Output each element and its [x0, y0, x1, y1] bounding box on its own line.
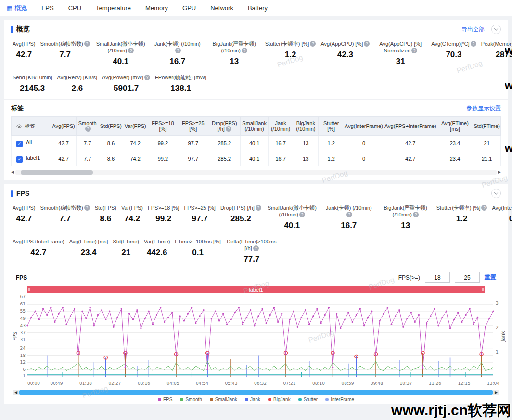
chart-scroll-left-icon[interactable]: ◀ [13, 390, 19, 395]
scroll-left-icon[interactable]: ◀ [11, 170, 14, 175]
help-icon[interactable]: ? [471, 41, 476, 47]
x-tick: 00:49 [51, 381, 63, 386]
help-icon[interactable]: ? [299, 212, 305, 217]
label-range-banner[interactable]: label1 [27, 286, 485, 293]
y-left-tick: 37 [20, 331, 26, 335]
scroll-right-icon[interactable]: ▶ [498, 170, 501, 175]
fps-point [125, 367, 126, 368]
nav-tab[interactable]: CPU [68, 4, 81, 12]
column-header: Var(FPS) [123, 117, 148, 136]
fps-threshold-input-1[interactable] [425, 272, 450, 283]
fps-point [312, 315, 314, 317]
value-cell: 7.7 [76, 136, 99, 151]
legend-item[interactable]: FPS [158, 397, 172, 402]
help-icon[interactable]: ? [346, 212, 352, 217]
banner-right-handle[interactable] [482, 288, 484, 291]
metric-value: 7.7 [40, 214, 90, 224]
legend-label: BigJank [273, 397, 291, 402]
x-tick: 06:32 [254, 381, 267, 386]
fps-point [395, 315, 396, 317]
metric-label: Avg(FPS) [13, 204, 35, 211]
help-icon[interactable]: ? [85, 126, 91, 132]
fps-point [336, 313, 337, 314]
column-header-label: Jank (/10min) [271, 120, 290, 132]
help-icon[interactable]: ? [226, 126, 231, 132]
legend-item[interactable]: BigJank [268, 397, 291, 402]
help-icon[interactable]: ? [413, 212, 419, 217]
help-icon[interactable]: ? [242, 48, 247, 53]
legend-item[interactable]: Smooth [180, 397, 202, 402]
nav-tab[interactable]: Network [210, 4, 233, 12]
x-tick: 04:05 [167, 381, 179, 386]
nav-tab[interactable]: Memory [145, 4, 168, 12]
nav-tab[interactable]: GPU [182, 4, 196, 12]
fps-point [140, 327, 141, 329]
help-icon[interactable]: ? [84, 41, 90, 47]
help-icon[interactable]: ? [144, 75, 150, 80]
fps-card: FPS Avg(FPS)42.7Smooth(稳帧指数)?7.7Std(FPS)… [4, 184, 508, 404]
legend-item[interactable]: InterFrame [325, 397, 354, 402]
help-icon[interactable]: ? [256, 205, 261, 211]
fps-point [316, 308, 318, 310]
nav-tab[interactable]: Temperature [96, 4, 131, 12]
chart-scrollbar-thumb[interactable] [19, 390, 493, 395]
overview-title: 概览 [16, 25, 30, 34]
chart-scroll-right-icon[interactable]: ▶ [493, 390, 499, 395]
fps-collapse-button[interactable] [491, 189, 501, 198]
legend-label: Jank [250, 397, 260, 402]
reset-button[interactable]: 重置 [485, 273, 496, 281]
legend-item[interactable]: Jank [245, 397, 260, 402]
x-tick: 02:27 [109, 381, 121, 386]
x-tick: 03:16 [138, 381, 150, 386]
fps-point [488, 318, 490, 319]
export-all-link[interactable]: 导出全部 [461, 25, 485, 34]
metric: Avg(FPS)42.7 [10, 40, 38, 60]
chart-legend: FPSSmoothSmallJankJankBigJankStutterInte… [4, 395, 508, 404]
metric: Avg(CTemp)[°C]?70.3 [429, 40, 478, 60]
nav-tab-label: CPU [68, 4, 81, 12]
metric: Smooth(稳帧指数)?7.7 [38, 40, 92, 60]
help-icon[interactable]: ? [310, 41, 316, 47]
value-cell: 285.2 [208, 151, 241, 166]
title-accent-bar [11, 26, 13, 33]
help-icon[interactable]: ? [411, 48, 417, 53]
fps-point [105, 319, 106, 320]
fps-chart-label: FPS [16, 274, 27, 281]
row-checkbox[interactable]: ✓ [16, 141, 23, 147]
nav-tab[interactable]: ▦概览 [7, 4, 27, 13]
nav-tab[interactable]: FPS [41, 4, 53, 12]
overview-collapse-button[interactable] [491, 25, 501, 34]
column-header: Jank (/10min) [268, 117, 293, 136]
metric-label: Jank(卡顿) (/10min)? [323, 204, 375, 218]
help-icon[interactable]: ? [364, 41, 370, 47]
help-icon[interactable]: ? [253, 245, 259, 251]
fps-threshold-input-2[interactable] [455, 272, 480, 283]
metric-label-text: Avg(FPS) [13, 205, 35, 211]
fps-point [164, 321, 165, 323]
help-icon[interactable]: ? [84, 205, 90, 211]
row-checkbox[interactable]: ✓ [16, 156, 23, 163]
legend-item[interactable]: SmallJank [210, 397, 237, 402]
metric-value: 1.2 [265, 50, 316, 60]
help-icon[interactable]: ? [481, 205, 487, 211]
fps-point [77, 353, 79, 355]
metric-value: 2.6 [57, 84, 98, 93]
help-icon[interactable]: ? [128, 48, 134, 53]
fps-point [359, 308, 361, 310]
fps-point [62, 307, 64, 308]
column-header-label: Drop(FPS) [/h] [212, 120, 237, 132]
fps-point [218, 320, 220, 321]
legend-dot [158, 398, 161, 401]
metric-label-text: Smooth(稳帧指数) [40, 205, 83, 211]
fps-point [352, 321, 353, 323]
labels-section-header: 标签 参数显示设置 [4, 99, 508, 116]
metric: FPS>=25 [%]97.7 [181, 204, 218, 224]
fps-point [144, 318, 145, 319]
help-icon[interactable]: ? [175, 48, 181, 53]
legend-item[interactable]: Stutter [298, 397, 318, 402]
param-display-settings-link[interactable]: 参数显示设置 [466, 104, 501, 113]
eye-icon[interactable] [16, 123, 25, 129]
scrollbar-thumb[interactable] [21, 170, 93, 175]
nav-tab[interactable]: Battery [248, 4, 268, 12]
banner-left-handle[interactable] [28, 288, 30, 291]
